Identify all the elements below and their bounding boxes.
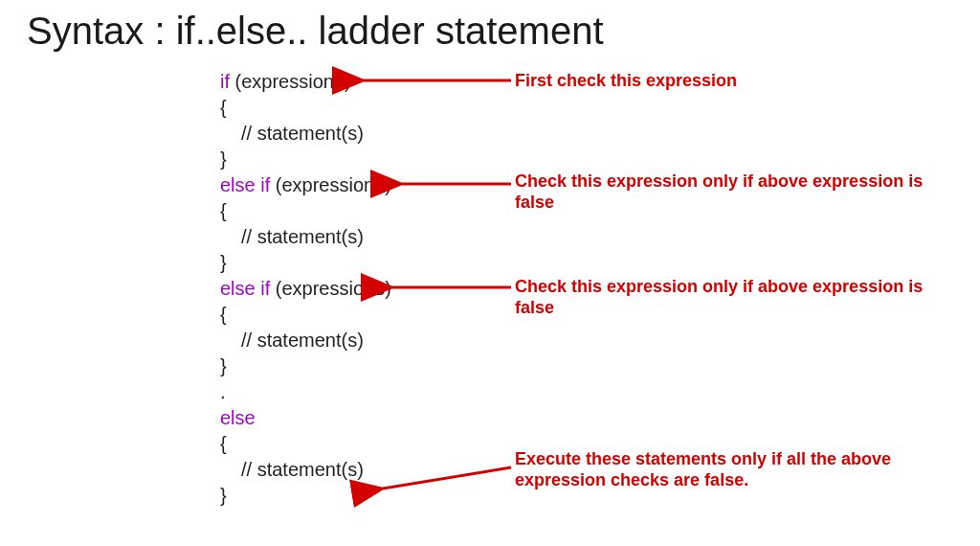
code-line: // statement(s) xyxy=(220,121,391,147)
code-line: { xyxy=(220,95,391,121)
code-line: { xyxy=(220,198,391,224)
arrow-4 xyxy=(383,467,511,489)
code-line: else if (expression3) xyxy=(220,276,391,302)
code-line: } xyxy=(220,353,391,379)
keyword-else: else xyxy=(220,407,256,428)
code-line: } xyxy=(220,250,391,276)
annotation-1: First check this expression xyxy=(515,70,917,91)
keyword-elseif: else if xyxy=(220,278,270,299)
keyword-if: if xyxy=(220,71,230,92)
code-block: if (expression1) { // statement(s) } els… xyxy=(220,69,391,509)
statement: // statement(s) xyxy=(241,123,364,144)
annotation-2: Check this expression only if above expr… xyxy=(515,171,926,213)
expression-2: (expression2) xyxy=(270,174,391,195)
annotation-3: Check this expression only if above expr… xyxy=(515,276,936,318)
annotation-4: Execute these statements only if all the… xyxy=(515,448,941,490)
page-title: Syntax : if..else.. ladder statement xyxy=(27,10,604,53)
statement: // statement(s) xyxy=(241,226,364,247)
keyword-elseif: else if xyxy=(220,174,270,195)
code-line: { xyxy=(220,302,391,328)
statement: // statement(s) xyxy=(241,459,364,480)
expression-1: (expression1) xyxy=(230,71,351,92)
code-line: } xyxy=(220,483,391,509)
statement: // statement(s) xyxy=(241,330,364,351)
code-line: else if (expression2) xyxy=(220,172,391,198)
code-line: if (expression1) xyxy=(220,69,391,95)
expression-3: (expression3) xyxy=(270,278,391,299)
code-line: else xyxy=(220,405,391,431)
code-line: // statement(s) xyxy=(220,457,391,483)
code-line: { xyxy=(220,431,391,457)
code-line: . xyxy=(220,379,391,405)
code-line: // statement(s) xyxy=(220,224,391,250)
code-line: // statement(s) xyxy=(220,328,391,353)
code-line: } xyxy=(220,147,391,172)
